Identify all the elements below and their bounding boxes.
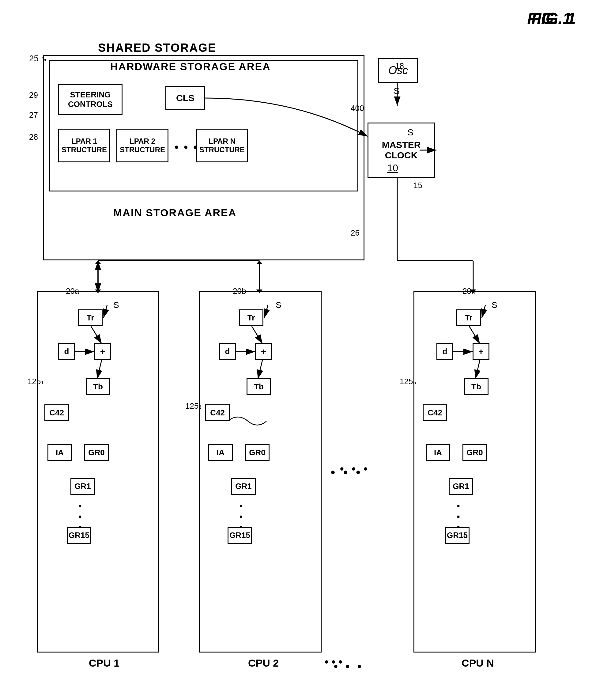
ref-400: 400: [351, 103, 364, 113]
svg-marker-9: [95, 260, 101, 264]
cpun-gr1-box: GR1: [449, 478, 473, 495]
cpu2-gr0-box: GR0: [245, 444, 269, 461]
cpu2-ia-box: IA: [208, 444, 233, 461]
ref-29: 29: [29, 91, 38, 100]
cpu2-label: CPU 2: [205, 657, 321, 669]
cpu2-gr15-box: GR15: [228, 527, 252, 544]
lpar1-structure-box: LPAR 1 STRUCTURE: [58, 129, 110, 162]
cpun-gr15-box: GR15: [445, 527, 469, 544]
hardware-storage-box: [49, 60, 358, 192]
ref-27: 27: [29, 110, 38, 120]
fig-title-main: FIG. 1: [527, 9, 571, 28]
cpun-ia-box: IA: [426, 444, 450, 461]
ref-28: 28: [29, 132, 38, 142]
cpu1-gr0-box: GR0: [84, 444, 109, 461]
cpu1-ia-box: IA: [48, 444, 72, 461]
cpu2-tb-box: Tb: [247, 378, 271, 395]
cpu1-s-label: S: [113, 300, 119, 310]
cpu1-tr-box: Tr: [78, 309, 103, 326]
hardware-storage-label: HARDWARE STORAGE AREA: [110, 61, 271, 73]
cpun-s-label: S: [492, 300, 497, 310]
cpu2-gr1-box: GR1: [231, 478, 256, 495]
cls-box: CLS: [165, 86, 205, 110]
svg-marker-12: [256, 260, 262, 264]
cpu1-c42-box: C42: [45, 404, 69, 421]
lpar-dots: • • •: [175, 141, 199, 154]
steering-controls-box: STEERING CONTROLS: [58, 84, 123, 115]
cpu2-s-label: S: [276, 300, 282, 310]
ref-15: 15: [413, 181, 422, 190]
cpu1-plus-box: +: [94, 343, 111, 360]
ref-18: 18: [395, 61, 404, 71]
cpu1-tb-box: Tb: [86, 378, 110, 395]
cpun-gr0-box: GR0: [463, 444, 487, 461]
cpu-bottom-dots: • • •: [325, 656, 342, 669]
cpu1-gr1-box: GR1: [71, 478, 95, 495]
cpu1-gr15-box: GR15: [67, 527, 91, 544]
ref-s-osc: S: [393, 86, 400, 96]
master-clock-box: MASTER CLOCK: [367, 123, 435, 178]
between-cpu-dots: • • •: [340, 462, 370, 475]
cpu1-d-box: d: [58, 343, 75, 360]
ref-25: 25 ↘: [29, 54, 47, 64]
main-storage-label: MAIN STORAGE AREA: [113, 207, 236, 219]
cpu2-d-box: d: [219, 343, 236, 360]
cpun-plus-box: +: [472, 343, 489, 360]
shared-storage-label: SHARED STORAGE: [98, 41, 216, 54]
lparn-structure-box: LPAR N STRUCTURE: [196, 129, 248, 162]
cpu2-plus-box: +: [255, 343, 272, 360]
cpun-tb-box: Tb: [464, 378, 489, 395]
cpun-d-box: d: [436, 343, 453, 360]
cpu1-label: CPU 1: [46, 657, 162, 669]
ref-26: 26: [351, 228, 360, 238]
cpun-c42-box: C42: [423, 404, 447, 421]
ref-s-master: S: [407, 127, 413, 138]
ref-10: 10: [387, 162, 398, 174]
diagram: FIG. 1 SHARED STORAGE HARDWARE STORAGE A…: [18, 25, 576, 686]
cpun-label: CPU N: [420, 657, 536, 669]
cpu2-c42-box: C42: [205, 404, 230, 421]
cpu2-tr-box: Tr: [239, 309, 263, 326]
cpun-tr-box: Tr: [456, 309, 481, 326]
lpar2-structure-box: LPAR 2 STRUCTURE: [116, 129, 169, 162]
